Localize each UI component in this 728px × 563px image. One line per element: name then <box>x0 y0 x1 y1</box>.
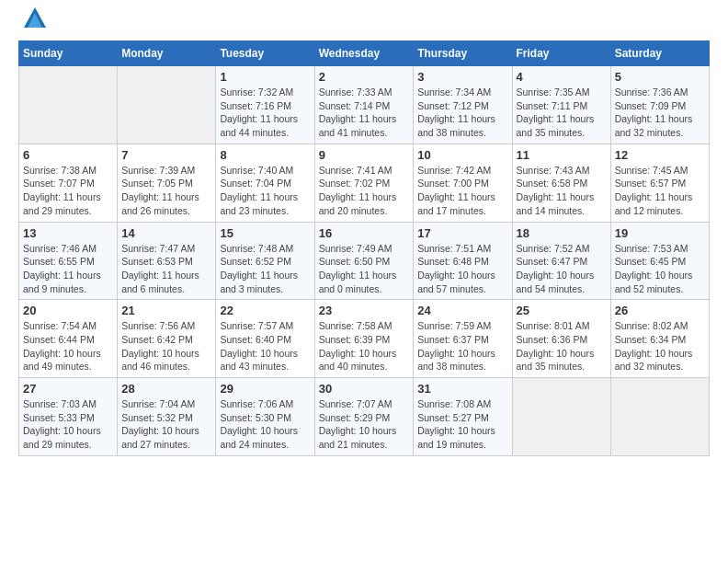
day-number: 12 <box>615 148 705 162</box>
calendar-day-cell: 20Sunrise: 7:54 AM Sunset: 6:44 PM Dayli… <box>19 300 118 378</box>
day-number: 11 <box>517 148 607 162</box>
calendar-day-cell: 14Sunrise: 7:47 AM Sunset: 6:53 PM Dayli… <box>118 222 216 300</box>
day-info: Sunrise: 7:33 AM Sunset: 7:14 PM Dayligh… <box>319 86 410 140</box>
calendar-day-cell <box>118 66 216 144</box>
day-info: Sunrise: 8:02 AM Sunset: 6:34 PM Dayligh… <box>615 319 705 373</box>
day-number: 28 <box>121 382 211 396</box>
day-info: Sunrise: 7:52 AM Sunset: 6:47 PM Dayligh… <box>517 242 607 296</box>
calendar-day-cell: 4Sunrise: 7:35 AM Sunset: 7:11 PM Daylig… <box>512 66 610 144</box>
calendar-day-header: Wednesday <box>314 41 414 66</box>
calendar-day-cell: 17Sunrise: 7:51 AM Sunset: 6:48 PM Dayli… <box>414 222 512 300</box>
day-info: Sunrise: 7:36 AM Sunset: 7:09 PM Dayligh… <box>615 86 705 140</box>
day-number: 18 <box>517 226 607 240</box>
calendar-day-cell: 24Sunrise: 7:59 AM Sunset: 6:37 PM Dayli… <box>414 300 512 378</box>
day-info: Sunrise: 7:48 AM Sunset: 6:52 PM Dayligh… <box>220 242 310 296</box>
day-info: Sunrise: 7:47 AM Sunset: 6:53 PM Dayligh… <box>121 242 211 296</box>
calendar-day-cell: 7Sunrise: 7:39 AM Sunset: 7:05 PM Daylig… <box>118 144 216 222</box>
day-info: Sunrise: 7:49 AM Sunset: 6:50 PM Dayligh… <box>319 242 410 296</box>
day-number: 2 <box>319 70 410 84</box>
day-info: Sunrise: 7:45 AM Sunset: 6:57 PM Dayligh… <box>615 164 705 218</box>
calendar-day-cell: 10Sunrise: 7:42 AM Sunset: 7:00 PM Dayli… <box>414 144 512 222</box>
calendar-day-header: Friday <box>512 41 610 66</box>
day-number: 4 <box>517 70 607 84</box>
day-number: 15 <box>220 226 310 240</box>
calendar-day-cell: 12Sunrise: 7:45 AM Sunset: 6:57 PM Dayli… <box>610 144 709 222</box>
calendar-day-cell: 30Sunrise: 7:07 AM Sunset: 5:29 PM Dayli… <box>314 378 414 456</box>
calendar-day-cell: 29Sunrise: 7:06 AM Sunset: 5:30 PM Dayli… <box>216 378 314 456</box>
day-number: 5 <box>615 70 705 84</box>
day-number: 8 <box>220 148 310 162</box>
day-number: 23 <box>319 304 410 317</box>
day-info: Sunrise: 7:56 AM Sunset: 6:42 PM Dayligh… <box>121 319 211 373</box>
day-info: Sunrise: 7:53 AM Sunset: 6:45 PM Dayligh… <box>615 242 705 296</box>
calendar-header-row: SundayMondayTuesdayWednesdayThursdayFrid… <box>19 41 710 66</box>
day-info: Sunrise: 7:40 AM Sunset: 7:04 PM Dayligh… <box>220 164 310 218</box>
calendar-day-cell <box>19 66 118 144</box>
day-number: 13 <box>23 226 113 240</box>
day-number: 6 <box>23 148 113 162</box>
day-number: 26 <box>615 304 705 317</box>
page-header <box>18 18 710 31</box>
day-number: 30 <box>319 382 410 396</box>
calendar-day-cell: 11Sunrise: 7:43 AM Sunset: 6:58 PM Dayli… <box>512 144 610 222</box>
calendar-day-cell: 23Sunrise: 7:58 AM Sunset: 6:39 PM Dayli… <box>314 300 414 378</box>
calendar-week-row: 6Sunrise: 7:38 AM Sunset: 7:07 PM Daylig… <box>19 144 710 222</box>
day-info: Sunrise: 7:35 AM Sunset: 7:11 PM Dayligh… <box>517 86 607 140</box>
day-number: 22 <box>220 304 310 317</box>
calendar-day-cell: 25Sunrise: 8:01 AM Sunset: 6:36 PM Dayli… <box>512 300 610 378</box>
day-info: Sunrise: 8:01 AM Sunset: 6:36 PM Dayligh… <box>517 319 607 373</box>
day-number: 17 <box>417 226 507 240</box>
day-info: Sunrise: 7:06 AM Sunset: 5:30 PM Dayligh… <box>220 397 310 452</box>
day-info: Sunrise: 7:07 AM Sunset: 5:29 PM Dayligh… <box>319 397 410 452</box>
day-number: 31 <box>417 382 507 396</box>
day-number: 9 <box>319 148 410 162</box>
calendar-day-cell: 19Sunrise: 7:53 AM Sunset: 6:45 PM Dayli… <box>610 222 709 300</box>
day-number: 27 <box>23 382 113 396</box>
calendar-day-cell: 8Sunrise: 7:40 AM Sunset: 7:04 PM Daylig… <box>216 144 314 222</box>
calendar-day-cell: 6Sunrise: 7:38 AM Sunset: 7:07 PM Daylig… <box>19 144 118 222</box>
day-number: 16 <box>319 226 410 240</box>
logo-icon <box>22 6 48 31</box>
calendar-week-row: 20Sunrise: 7:54 AM Sunset: 6:44 PM Dayli… <box>19 300 710 378</box>
calendar-day-cell <box>512 378 610 456</box>
day-number: 24 <box>417 304 507 317</box>
day-number: 1 <box>220 70 310 84</box>
day-info: Sunrise: 7:32 AM Sunset: 7:16 PM Dayligh… <box>220 86 310 140</box>
calendar-day-cell: 16Sunrise: 7:49 AM Sunset: 6:50 PM Dayli… <box>314 222 414 300</box>
calendar-day-cell: 1Sunrise: 7:32 AM Sunset: 7:16 PM Daylig… <box>216 66 314 144</box>
day-info: Sunrise: 7:41 AM Sunset: 7:02 PM Dayligh… <box>319 164 410 218</box>
calendar-day-header: Thursday <box>414 41 512 66</box>
day-info: Sunrise: 7:42 AM Sunset: 7:00 PM Dayligh… <box>417 164 507 218</box>
calendar-day-cell: 2Sunrise: 7:33 AM Sunset: 7:14 PM Daylig… <box>314 66 414 144</box>
calendar-day-cell: 15Sunrise: 7:48 AM Sunset: 6:52 PM Dayli… <box>216 222 314 300</box>
calendar-day-cell: 5Sunrise: 7:36 AM Sunset: 7:09 PM Daylig… <box>610 66 709 144</box>
day-info: Sunrise: 7:54 AM Sunset: 6:44 PM Dayligh… <box>23 319 113 373</box>
calendar-day-cell: 28Sunrise: 7:04 AM Sunset: 5:32 PM Dayli… <box>118 378 216 456</box>
day-info: Sunrise: 7:46 AM Sunset: 6:55 PM Dayligh… <box>23 242 113 296</box>
calendar-day-cell: 22Sunrise: 7:57 AM Sunset: 6:40 PM Dayli… <box>216 300 314 378</box>
day-info: Sunrise: 7:57 AM Sunset: 6:40 PM Dayligh… <box>220 319 310 373</box>
day-number: 25 <box>517 304 607 317</box>
day-info: Sunrise: 7:04 AM Sunset: 5:32 PM Dayligh… <box>121 397 211 452</box>
logo <box>18 18 48 31</box>
calendar-week-row: 27Sunrise: 7:03 AM Sunset: 5:33 PM Dayli… <box>19 378 710 456</box>
day-info: Sunrise: 7:51 AM Sunset: 6:48 PM Dayligh… <box>417 242 507 296</box>
day-info: Sunrise: 7:59 AM Sunset: 6:37 PM Dayligh… <box>417 319 507 373</box>
calendar-day-header: Sunday <box>19 41 118 66</box>
calendar-day-header: Monday <box>118 41 216 66</box>
calendar-day-cell <box>610 378 709 456</box>
calendar-week-row: 1Sunrise: 7:32 AM Sunset: 7:16 PM Daylig… <box>19 66 710 144</box>
day-info: Sunrise: 7:39 AM Sunset: 7:05 PM Dayligh… <box>121 164 211 218</box>
calendar-day-cell: 31Sunrise: 7:08 AM Sunset: 5:27 PM Dayli… <box>414 378 512 456</box>
day-info: Sunrise: 7:43 AM Sunset: 6:58 PM Dayligh… <box>517 164 607 218</box>
day-info: Sunrise: 7:38 AM Sunset: 7:07 PM Dayligh… <box>23 164 113 218</box>
calendar-day-cell: 27Sunrise: 7:03 AM Sunset: 5:33 PM Dayli… <box>19 378 118 456</box>
day-info: Sunrise: 7:58 AM Sunset: 6:39 PM Dayligh… <box>319 319 410 373</box>
calendar-day-cell: 18Sunrise: 7:52 AM Sunset: 6:47 PM Dayli… <box>512 222 610 300</box>
day-number: 3 <box>417 70 507 84</box>
calendar-day-cell: 26Sunrise: 8:02 AM Sunset: 6:34 PM Dayli… <box>610 300 709 378</box>
day-number: 19 <box>615 226 705 240</box>
day-number: 10 <box>417 148 507 162</box>
day-number: 20 <box>23 304 113 317</box>
calendar-day-cell: 13Sunrise: 7:46 AM Sunset: 6:55 PM Dayli… <box>19 222 118 300</box>
